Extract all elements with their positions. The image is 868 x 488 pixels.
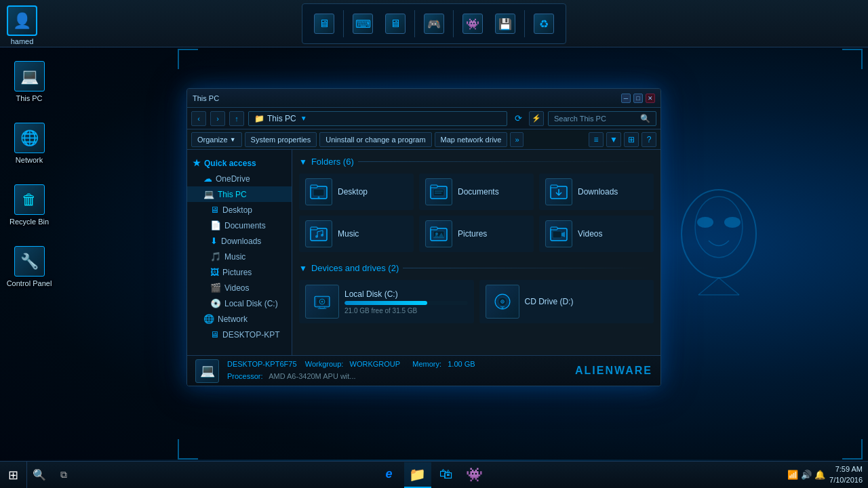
nav-onedrive[interactable]: ☁ OneDrive bbox=[187, 171, 292, 186]
nav-music[interactable]: 🎵 Music bbox=[187, 249, 292, 264]
nav-desktop[interactable]: 🖥 Desktop bbox=[187, 202, 292, 218]
corner-deco-tl bbox=[178, 49, 198, 69]
nav-quick-access[interactable]: ★ Quick access bbox=[187, 155, 292, 171]
toolbar-right: ≡ ▼ ⊞ ? bbox=[589, 132, 656, 147]
onedrive-icon: ☁ bbox=[203, 174, 212, 184]
folder-music[interactable]: Music bbox=[299, 216, 414, 252]
organize-button[interactable]: Organize ▼ bbox=[191, 132, 242, 147]
corner-deco-br bbox=[842, 439, 863, 460]
music-nav-label: Music bbox=[224, 252, 245, 262]
folder-pictures-icon bbox=[425, 220, 452, 247]
folders-section-line bbox=[358, 161, 654, 162]
taskbar-view-button[interactable]: ⧉ bbox=[52, 462, 76, 489]
drive-c-name: Local Disk (C:) bbox=[344, 289, 468, 299]
folder-videos-label: Videos bbox=[578, 229, 602, 239]
desktop-icon-recycle-bin[interactable]: 🗑 Recycle Bin bbox=[5, 184, 53, 226]
drive-c[interactable]: Local Disk (C:) 21.0 GB free of 31.5 GB bbox=[299, 280, 474, 323]
devices-section-line bbox=[403, 268, 654, 268]
map-drive-button[interactable]: Map network drive bbox=[435, 132, 508, 147]
drive-c-icon bbox=[305, 285, 339, 319]
details-view-button[interactable]: ≡ bbox=[589, 132, 604, 147]
top-alien-icon[interactable]: 👾 bbox=[459, 7, 486, 41]
top-recycle-icon[interactable]: ♻ bbox=[530, 7, 557, 41]
nav-documents[interactable]: 📄 Documents bbox=[187, 218, 292, 233]
top-dock-icon[interactable]: 🖥 bbox=[382, 7, 409, 41]
start-button[interactable]: ⊞ bbox=[0, 462, 27, 489]
taskbar-search-button[interactable]: 🔍 bbox=[27, 462, 52, 489]
search-field[interactable]: Search This PC 🔍 bbox=[548, 111, 656, 126]
downloads-nav-label: Downloads bbox=[221, 237, 261, 246]
address-dropdown-icon[interactable]: ▼ bbox=[300, 115, 307, 122]
forward-button[interactable]: › bbox=[210, 111, 225, 126]
uninstall-button[interactable]: Uninstall or change a program bbox=[319, 132, 431, 147]
svg-line-4 bbox=[698, 278, 719, 295]
address-text: This PC bbox=[267, 114, 296, 123]
folders-section-header: ▼ Folders (6) bbox=[299, 157, 654, 167]
desktop-icon-this-pc[interactable]: 💻 This PC bbox=[5, 61, 53, 102]
nav-desktop-kpt[interactable]: 🖥 DESKTOP-KPT bbox=[187, 327, 292, 342]
desktop-icon-network[interactable]: 🌐 Network bbox=[5, 123, 53, 164]
taskbar-app-store[interactable]: 🛍 bbox=[433, 462, 460, 488]
top-keyboard-icon[interactable]: ⌨ bbox=[349, 7, 376, 41]
folder-downloads[interactable]: Downloads bbox=[539, 174, 654, 210]
devices-header-text: Devices and drives (2) bbox=[311, 263, 399, 273]
nav-network[interactable]: 🌐 Network bbox=[187, 311, 292, 327]
folder-pictures[interactable]: Pictures bbox=[419, 216, 534, 252]
taskbar-app-alienware[interactable]: 👾 bbox=[461, 462, 488, 488]
refresh-button[interactable]: ⟳ bbox=[511, 112, 525, 125]
address-field[interactable]: 📁 This PC ▼ bbox=[248, 111, 507, 126]
folder-music-label: Music bbox=[338, 229, 359, 239]
top-separator-4 bbox=[524, 10, 525, 37]
status-computer-name: DESKTOP-KPT6F75 Workgroup: WORKGROUP Mem… bbox=[227, 359, 475, 371]
properties-button[interactable]: ⚡ bbox=[529, 111, 544, 126]
control-panel-label: Control Panel bbox=[7, 279, 52, 287]
videos-nav-label: Videos bbox=[224, 283, 249, 293]
taskbar-clock[interactable]: 7:59 AM 7/10/2016 bbox=[829, 464, 863, 485]
explorer-titlebar: This PC ─ □ ✕ bbox=[187, 89, 660, 108]
folder-videos[interactable]: Videos bbox=[539, 216, 654, 252]
folders-grid: Desktop Docum bbox=[299, 174, 654, 252]
taskbar-volume-icon: 🔊 bbox=[801, 470, 812, 480]
folder-desktop[interactable]: Desktop bbox=[299, 174, 414, 210]
control-panel-icon: 🔧 bbox=[14, 246, 45, 277]
downloads-nav-icon: ⬇ bbox=[210, 236, 218, 246]
taskbar-app-explorer[interactable]: 📁 bbox=[404, 462, 431, 488]
folder-documents[interactable]: Documents bbox=[419, 174, 534, 210]
desktop-icon-control-panel[interactable]: 🔧 Control Panel bbox=[5, 246, 53, 287]
music-nav-icon: 🎵 bbox=[210, 251, 221, 262]
svg-rect-27 bbox=[551, 227, 557, 230]
minimize-button[interactable]: ─ bbox=[621, 94, 631, 103]
tiles-view-button[interactable]: ⊞ bbox=[624, 132, 639, 147]
maximize-button[interactable]: □ bbox=[633, 94, 643, 103]
drive-c-info: Local Disk (C:) 21.0 GB free of 31.5 GB bbox=[344, 289, 468, 314]
nav-downloads[interactable]: ⬇ Downloads bbox=[187, 233, 292, 249]
file-explorer-icon: 📁 bbox=[409, 466, 426, 483]
svg-point-2 bbox=[697, 217, 713, 228]
system-properties-button[interactable]: System properties bbox=[245, 132, 317, 147]
folder-downloads-label: Downloads bbox=[578, 187, 618, 197]
folder-desktop-icon bbox=[305, 178, 332, 205]
nav-pictures[interactable]: 🖼 Pictures bbox=[187, 264, 292, 280]
help-button[interactable]: ? bbox=[642, 132, 656, 147]
top-drive-icon[interactable]: 💾 bbox=[492, 7, 519, 41]
close-button[interactable]: ✕ bbox=[646, 94, 655, 103]
window-controls: ─ □ ✕ bbox=[621, 94, 655, 103]
taskbar-app-edge[interactable]: e bbox=[376, 462, 403, 488]
quick-access-icon: ★ bbox=[193, 158, 201, 168]
nav-local-disk[interactable]: 💿 Local Disk (C:) bbox=[187, 296, 292, 311]
status-bar: 💻 DESKTOP-KPT6F75 Workgroup: WORKGROUP M… bbox=[187, 355, 660, 386]
alien-logo-watermark bbox=[651, 176, 787, 312]
top-gamepad-icon[interactable]: 🎮 bbox=[420, 7, 448, 41]
top-monitor-icon[interactable]: 🖥 bbox=[311, 7, 338, 41]
nav-videos[interactable]: 🎬 Videos bbox=[187, 280, 292, 296]
drive-d[interactable]: CD Drive (D:) bbox=[479, 280, 654, 323]
top-separator-2 bbox=[414, 10, 415, 37]
back-button[interactable]: ‹ bbox=[191, 111, 206, 126]
up-button[interactable]: ↑ bbox=[229, 111, 244, 126]
view-dropdown-button[interactable]: ▼ bbox=[606, 132, 621, 147]
recycle-bin-icon: 🗑 bbox=[14, 184, 45, 215]
toolbar-more-button[interactable]: » bbox=[510, 132, 524, 147]
nav-this-pc[interactable]: 💻 This PC bbox=[187, 186, 292, 202]
status-info: DESKTOP-KPT6F75 Workgroup: WORKGROUP Mem… bbox=[227, 359, 475, 382]
explorer-main: ★ Quick access ☁ OneDrive 💻 This PC 🖥 De… bbox=[187, 150, 660, 367]
